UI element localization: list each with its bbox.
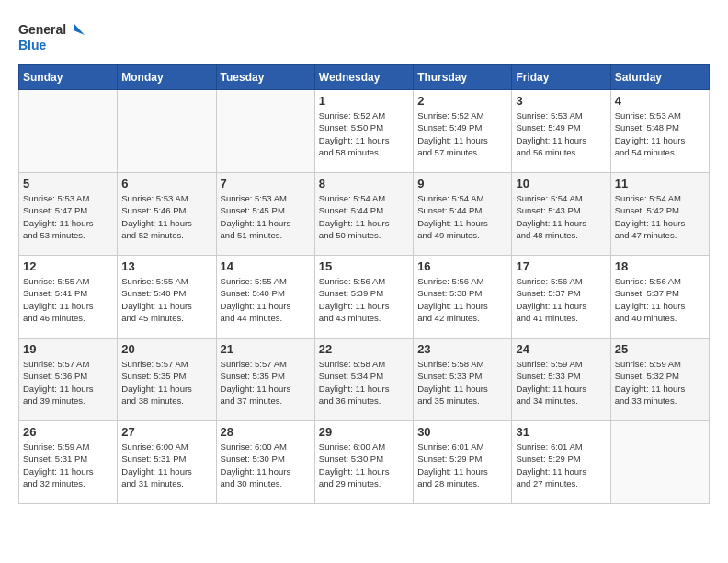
- day-info: Sunrise: 5:54 AM Sunset: 5:44 PM Dayligh…: [319, 192, 409, 241]
- calendar-cell: 5Sunrise: 5:53 AM Sunset: 5:47 PM Daylig…: [19, 173, 118, 256]
- calendar-cell: 13Sunrise: 5:55 AM Sunset: 5:40 PM Dayli…: [118, 256, 216, 339]
- calendar-cell: 7Sunrise: 5:53 AM Sunset: 5:45 PM Daylig…: [216, 173, 314, 256]
- day-info: Sunrise: 5:53 AM Sunset: 5:46 PM Dayligh…: [121, 192, 211, 241]
- calendar-cell: [19, 90, 118, 173]
- day-number: 14: [221, 259, 311, 273]
- day-number: 7: [221, 177, 311, 190]
- calendar-cell: 12Sunrise: 5:55 AM Sunset: 5:41 PM Dayli…: [19, 256, 118, 339]
- day-info: Sunrise: 5:56 AM Sunset: 5:38 PM Dayligh…: [417, 275, 507, 324]
- day-info: Sunrise: 5:52 AM Sunset: 5:49 PM Dayligh…: [417, 109, 507, 158]
- calendar-cell: [216, 90, 314, 173]
- calendar-header-wednesday: Wednesday: [314, 65, 413, 90]
- day-info: Sunrise: 5:55 AM Sunset: 5:41 PM Dayligh…: [23, 275, 113, 324]
- day-info: Sunrise: 6:00 AM Sunset: 5:30 PM Dayligh…: [319, 441, 409, 489]
- calendar-header-sunday: Sunday: [19, 65, 118, 90]
- day-number: 12: [23, 259, 113, 273]
- day-number: 1: [319, 94, 409, 108]
- day-info: Sunrise: 5:56 AM Sunset: 5:39 PM Dayligh…: [319, 275, 409, 324]
- day-number: 11: [615, 177, 705, 190]
- day-info: Sunrise: 5:57 AM Sunset: 5:35 PM Dayligh…: [221, 358, 311, 407]
- day-number: 19: [23, 342, 113, 356]
- logo: GeneralBlue: [18, 18, 92, 55]
- calendar-cell: 14Sunrise: 5:55 AM Sunset: 5:40 PM Dayli…: [216, 256, 314, 339]
- day-info: Sunrise: 5:53 AM Sunset: 5:48 PM Dayligh…: [615, 109, 705, 158]
- calendar-cell: 25Sunrise: 5:59 AM Sunset: 5:32 PM Dayli…: [610, 339, 709, 421]
- calendar-header-monday: Monday: [118, 65, 216, 90]
- day-info: Sunrise: 6:01 AM Sunset: 5:29 PM Dayligh…: [516, 441, 606, 489]
- calendar-header-row: SundayMondayTuesdayWednesdayThursdayFrid…: [19, 65, 710, 90]
- day-info: Sunrise: 5:53 AM Sunset: 5:45 PM Dayligh…: [221, 192, 311, 241]
- day-info: Sunrise: 5:56 AM Sunset: 5:37 PM Dayligh…: [516, 275, 606, 324]
- day-number: 5: [23, 177, 113, 190]
- day-info: Sunrise: 5:59 AM Sunset: 5:32 PM Dayligh…: [615, 358, 705, 407]
- day-info: Sunrise: 5:54 AM Sunset: 5:44 PM Dayligh…: [417, 192, 507, 241]
- day-number: 18: [615, 259, 705, 273]
- calendar-cell: [118, 90, 216, 173]
- day-info: Sunrise: 5:55 AM Sunset: 5:40 PM Dayligh…: [221, 275, 311, 324]
- calendar-cell: 27Sunrise: 6:00 AM Sunset: 5:31 PM Dayli…: [118, 421, 216, 504]
- day-info: Sunrise: 6:00 AM Sunset: 5:30 PM Dayligh…: [221, 441, 311, 489]
- day-number: 20: [121, 342, 211, 356]
- calendar-cell: 22Sunrise: 5:58 AM Sunset: 5:34 PM Dayli…: [314, 339, 413, 421]
- calendar-cell: 30Sunrise: 6:01 AM Sunset: 5:29 PM Dayli…: [414, 421, 512, 504]
- day-info: Sunrise: 6:00 AM Sunset: 5:31 PM Dayligh…: [121, 441, 211, 489]
- week-row-5: 26Sunrise: 5:59 AM Sunset: 5:31 PM Dayli…: [19, 421, 710, 504]
- day-number: 24: [516, 342, 606, 356]
- calendar-cell: 20Sunrise: 5:57 AM Sunset: 5:35 PM Dayli…: [118, 339, 216, 421]
- week-row-2: 5Sunrise: 5:53 AM Sunset: 5:47 PM Daylig…: [19, 173, 710, 256]
- day-number: 17: [516, 259, 606, 273]
- calendar-cell: 2Sunrise: 5:52 AM Sunset: 5:49 PM Daylig…: [414, 90, 512, 173]
- day-info: Sunrise: 5:53 AM Sunset: 5:47 PM Dayligh…: [23, 192, 113, 241]
- day-number: 23: [417, 342, 507, 356]
- calendar-header-tuesday: Tuesday: [216, 65, 314, 90]
- calendar-cell: 31Sunrise: 6:01 AM Sunset: 5:29 PM Dayli…: [512, 421, 610, 504]
- day-info: Sunrise: 5:57 AM Sunset: 5:36 PM Dayligh…: [23, 358, 113, 407]
- svg-marker-2: [74, 23, 85, 35]
- day-number: 2: [417, 94, 507, 108]
- day-info: Sunrise: 5:54 AM Sunset: 5:42 PM Dayligh…: [615, 192, 705, 241]
- day-number: 6: [121, 177, 211, 190]
- calendar-header-friday: Friday: [512, 65, 610, 90]
- calendar-cell: 15Sunrise: 5:56 AM Sunset: 5:39 PM Dayli…: [314, 256, 413, 339]
- day-info: Sunrise: 5:56 AM Sunset: 5:37 PM Dayligh…: [615, 275, 705, 324]
- calendar-cell: 1Sunrise: 5:52 AM Sunset: 5:50 PM Daylig…: [314, 90, 413, 173]
- calendar-cell: 4Sunrise: 5:53 AM Sunset: 5:48 PM Daylig…: [610, 90, 709, 173]
- day-info: Sunrise: 5:58 AM Sunset: 5:33 PM Dayligh…: [417, 358, 507, 407]
- calendar: SundayMondayTuesdayWednesdayThursdayFrid…: [18, 64, 710, 504]
- day-info: Sunrise: 5:55 AM Sunset: 5:40 PM Dayligh…: [121, 275, 211, 324]
- svg-text:General: General: [18, 22, 66, 37]
- day-info: Sunrise: 5:59 AM Sunset: 5:31 PM Dayligh…: [23, 441, 113, 489]
- day-number: 31: [516, 425, 606, 439]
- day-info: Sunrise: 5:54 AM Sunset: 5:43 PM Dayligh…: [516, 192, 606, 241]
- calendar-cell: 19Sunrise: 5:57 AM Sunset: 5:36 PM Dayli…: [19, 339, 118, 421]
- day-number: 4: [615, 94, 705, 108]
- day-number: 28: [221, 425, 311, 439]
- week-row-3: 12Sunrise: 5:55 AM Sunset: 5:41 PM Dayli…: [19, 256, 710, 339]
- calendar-cell: 10Sunrise: 5:54 AM Sunset: 5:43 PM Dayli…: [512, 173, 610, 256]
- day-info: Sunrise: 5:59 AM Sunset: 5:33 PM Dayligh…: [516, 358, 606, 407]
- calendar-cell: 29Sunrise: 6:00 AM Sunset: 5:30 PM Dayli…: [314, 421, 413, 504]
- calendar-cell: 21Sunrise: 5:57 AM Sunset: 5:35 PM Dayli…: [216, 339, 314, 421]
- day-number: 15: [319, 259, 409, 273]
- day-number: 29: [319, 425, 409, 439]
- calendar-cell: 8Sunrise: 5:54 AM Sunset: 5:44 PM Daylig…: [314, 173, 413, 256]
- day-info: Sunrise: 6:01 AM Sunset: 5:29 PM Dayligh…: [417, 441, 507, 489]
- calendar-cell: 17Sunrise: 5:56 AM Sunset: 5:37 PM Dayli…: [512, 256, 610, 339]
- calendar-cell: 6Sunrise: 5:53 AM Sunset: 5:46 PM Daylig…: [118, 173, 216, 256]
- day-number: 21: [221, 342, 311, 356]
- svg-text:Blue: Blue: [18, 38, 47, 52]
- day-number: 8: [319, 177, 409, 190]
- week-row-1: 1Sunrise: 5:52 AM Sunset: 5:50 PM Daylig…: [19, 90, 710, 173]
- day-number: 22: [319, 342, 409, 356]
- week-row-4: 19Sunrise: 5:57 AM Sunset: 5:36 PM Dayli…: [19, 339, 710, 421]
- calendar-header-saturday: Saturday: [610, 65, 709, 90]
- day-info: Sunrise: 5:52 AM Sunset: 5:50 PM Dayligh…: [319, 109, 409, 158]
- day-number: 25: [615, 342, 705, 356]
- day-number: 27: [121, 425, 211, 439]
- calendar-cell: 3Sunrise: 5:53 AM Sunset: 5:49 PM Daylig…: [512, 90, 610, 173]
- calendar-cell: 26Sunrise: 5:59 AM Sunset: 5:31 PM Dayli…: [19, 421, 118, 504]
- day-info: Sunrise: 5:57 AM Sunset: 5:35 PM Dayligh…: [121, 358, 211, 407]
- calendar-cell: 23Sunrise: 5:58 AM Sunset: 5:33 PM Dayli…: [414, 339, 512, 421]
- calendar-cell: 18Sunrise: 5:56 AM Sunset: 5:37 PM Dayli…: [610, 256, 709, 339]
- calendar-cell: 16Sunrise: 5:56 AM Sunset: 5:38 PM Dayli…: [414, 256, 512, 339]
